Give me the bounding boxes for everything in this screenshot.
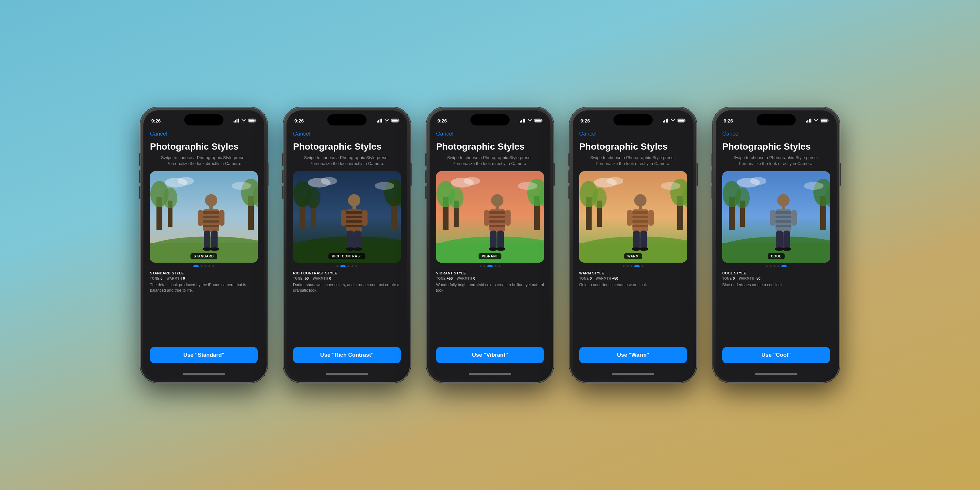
svg-rect-57 bbox=[346, 220, 362, 223]
page-subtitle: Swipe to choose a Photographic Style pre… bbox=[430, 154, 550, 170]
screen-content: Cancel Photographic Styles Swipe to choo… bbox=[716, 127, 837, 380]
battery-icon bbox=[535, 119, 542, 123]
use-style-button[interactable]: Use "Cool" bbox=[722, 347, 830, 363]
style-info: STANDARD STYLE TONE 0 WARMTH 0 The defau… bbox=[143, 269, 264, 344]
svg-rect-0 bbox=[234, 121, 235, 123]
photo-placeholder bbox=[293, 171, 401, 262]
signal-icon bbox=[520, 119, 525, 123]
style-dot-4 bbox=[498, 265, 500, 267]
page-title: Photographic Styles bbox=[716, 138, 837, 154]
style-params: TONE 0 WARMTH -50 bbox=[722, 276, 830, 280]
style-info: COOL STYLE TONE 0 WARMTH -50 Blue undert… bbox=[716, 269, 837, 344]
status-bar: 9:26 bbox=[286, 110, 407, 127]
status-time: 9:26 bbox=[724, 118, 733, 124]
page-title: Photographic Styles bbox=[573, 138, 694, 154]
svg-rect-158 bbox=[775, 216, 791, 218]
svg-rect-51 bbox=[293, 243, 401, 262]
svg-rect-61 bbox=[347, 231, 353, 250]
style-pill-label: VIBRANT bbox=[479, 253, 501, 259]
home-indicator bbox=[286, 369, 407, 380]
svg-rect-102 bbox=[663, 121, 664, 123]
wifi-icon bbox=[813, 119, 819, 123]
svg-rect-26 bbox=[219, 210, 224, 226]
style-dot-4 bbox=[781, 265, 787, 267]
photo-placeholder bbox=[722, 171, 830, 262]
use-style-button[interactable]: Use "Warm" bbox=[579, 347, 687, 363]
svg-rect-142 bbox=[821, 119, 827, 122]
svg-rect-5 bbox=[256, 120, 256, 121]
battery-icon bbox=[391, 119, 399, 123]
svg-rect-126 bbox=[632, 225, 648, 227]
svg-point-45 bbox=[306, 188, 320, 208]
svg-rect-19 bbox=[209, 205, 213, 209]
home-bar bbox=[183, 373, 225, 375]
photo-area: STANDARD bbox=[150, 171, 258, 262]
warmth-label: WARMTH bbox=[739, 277, 754, 280]
svg-rect-130 bbox=[640, 231, 647, 250]
svg-rect-3 bbox=[238, 119, 239, 123]
svg-rect-138 bbox=[809, 119, 810, 123]
svg-rect-73 bbox=[542, 120, 542, 121]
style-dot-0 bbox=[336, 265, 339, 267]
svg-rect-91 bbox=[489, 220, 505, 223]
use-style-button[interactable]: Use "Standard" bbox=[150, 347, 258, 363]
page-subtitle: Swipe to choose a Photographic Style pre… bbox=[716, 154, 837, 170]
style-dot-4 bbox=[212, 265, 214, 267]
svg-point-166 bbox=[783, 247, 791, 251]
svg-rect-139 bbox=[810, 119, 811, 123]
phone-cool: 9:26 bbox=[713, 107, 840, 383]
dynamic-island bbox=[757, 115, 796, 126]
phone-screen: 9:26 bbox=[716, 110, 837, 380]
style-description: Golden undertones create a warm look. bbox=[579, 282, 687, 288]
screen-content: Cancel Photographic Styles Swipe to choo… bbox=[573, 127, 694, 380]
phone-standard: 9:26 bbox=[140, 107, 267, 383]
home-indicator bbox=[143, 369, 264, 380]
svg-rect-85 bbox=[436, 243, 544, 262]
svg-point-169 bbox=[804, 182, 824, 190]
svg-point-18 bbox=[205, 194, 217, 207]
svg-point-120 bbox=[634, 194, 646, 207]
tone-label: TONE bbox=[579, 277, 589, 280]
svg-rect-96 bbox=[497, 231, 504, 250]
svg-rect-22 bbox=[203, 216, 219, 218]
wifi-icon bbox=[670, 119, 676, 123]
svg-rect-136 bbox=[806, 121, 807, 123]
svg-rect-2 bbox=[237, 119, 237, 123]
svg-rect-161 bbox=[770, 210, 775, 226]
home-indicator bbox=[573, 369, 694, 380]
svg-rect-157 bbox=[775, 212, 791, 214]
cancel-button[interactable]: Cancel bbox=[716, 127, 837, 138]
phone-vibrant: 9:26 bbox=[426, 107, 554, 383]
svg-rect-163 bbox=[776, 231, 783, 250]
svg-rect-37 bbox=[381, 119, 382, 123]
cancel-button[interactable]: Cancel bbox=[430, 127, 550, 138]
style-pill-label: COOL bbox=[768, 253, 785, 259]
home-bar bbox=[755, 373, 797, 375]
svg-rect-60 bbox=[362, 210, 368, 226]
status-time: 9:26 bbox=[151, 118, 161, 124]
status-icons bbox=[234, 119, 256, 123]
use-style-button[interactable]: Use "Rich Contrast" bbox=[293, 347, 401, 363]
wifi-icon bbox=[384, 119, 390, 123]
style-dot-4 bbox=[641, 265, 644, 267]
svg-rect-90 bbox=[489, 216, 505, 218]
style-name: VIBRANT STYLE bbox=[436, 271, 544, 275]
tone-value: +50 bbox=[447, 276, 453, 280]
cancel-button[interactable]: Cancel bbox=[573, 127, 694, 138]
svg-rect-34 bbox=[377, 121, 378, 123]
signal-icon bbox=[377, 119, 382, 123]
svg-point-100 bbox=[464, 177, 480, 185]
tone-value: -50 bbox=[304, 276, 309, 280]
status-time: 9:26 bbox=[438, 118, 447, 124]
svg-rect-119 bbox=[579, 243, 687, 262]
warmth-label: WARMTH bbox=[596, 277, 611, 280]
svg-rect-55 bbox=[346, 212, 362, 214]
cancel-button[interactable]: Cancel bbox=[286, 127, 407, 138]
style-description: Wonderfully bright and vivid colors crea… bbox=[436, 282, 544, 293]
tone-label: TONE bbox=[722, 277, 732, 280]
svg-point-64 bbox=[353, 247, 362, 251]
screen-content: Cancel Photographic Styles Swipe to choo… bbox=[143, 127, 264, 380]
warmth-value: 0 bbox=[329, 276, 331, 280]
cancel-button[interactable]: Cancel bbox=[143, 127, 264, 138]
use-style-button[interactable]: Use "Vibrant" bbox=[436, 347, 544, 363]
